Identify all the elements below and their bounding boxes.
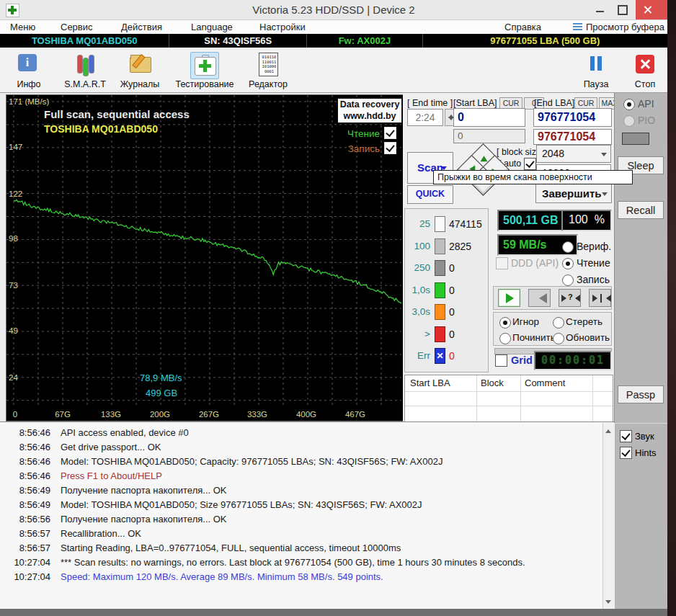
- log-scrollbar[interactable]: [602, 423, 615, 609]
- legend-read-checkbox[interactable]: [384, 127, 396, 139]
- menu-item-service[interactable]: Сервис: [61, 21, 93, 34]
- log-row: 8:56:46Get drive passport... OK: [6, 440, 602, 455]
- finish-action-dropdown[interactable]: Завершить: [535, 184, 612, 203]
- graph-marker-speed: 78,9 MB/s: [140, 372, 182, 383]
- action-erase-label: Стереть: [566, 316, 602, 327]
- options-sidebar: Звук Hints: [614, 423, 668, 616]
- hdd-by-badge: Data recoverywww.hdd.by: [337, 98, 402, 123]
- menu-item-buffer-view[interactable]: Просмотр буфера: [586, 21, 664, 34]
- log-row: 8:56:49Получение паспорта накопителя... …: [6, 483, 602, 498]
- legend-read-label: Чтение: [316, 128, 380, 139]
- device-firmware: Fw: AX002J: [307, 34, 423, 48]
- legend-write-checkbox[interactable]: [384, 142, 396, 154]
- play-button[interactable]: [498, 289, 520, 307]
- app-icon: [6, 4, 19, 17]
- start-lba-label: [Start LBA]: [453, 98, 497, 108]
- action-repair-radio[interactable]: [499, 333, 511, 344]
- menu-item-settings[interactable]: Настройки: [259, 21, 306, 34]
- svg-text:24: 24: [9, 373, 18, 382]
- sound-label: Звук: [635, 431, 654, 442]
- rewind-button[interactable]: [528, 289, 551, 307]
- action-ignore-radio[interactable]: [499, 317, 511, 329]
- ddd-checkbox: [496, 257, 508, 269]
- column-comment: Comment: [525, 378, 565, 388]
- action-repair-label: Починить: [512, 332, 556, 343]
- menu-item-help[interactable]: Справка: [504, 21, 541, 34]
- minimize-button[interactable]: [591, 2, 610, 17]
- log-row: 10:27:04Speed: Maximum 120 MB/s. Average…: [6, 570, 602, 584]
- menu-item-language[interactable]: Language: [191, 21, 233, 34]
- sound-checkbox[interactable]: [620, 430, 632, 442]
- toolbar-editor-button[interactable]: 010110 110011 101000 0001 Редактор: [245, 50, 291, 89]
- stat-color-block: [435, 304, 445, 320]
- binary-editor-icon: 010110 110011 101000 0001: [254, 52, 282, 78]
- log-row: 8:56:46API access enabled, device #0: [6, 426, 602, 440]
- graph-subtitle: TOSHIBA MQ01ABD050: [44, 123, 158, 135]
- svg-text:267G: 267G: [199, 410, 219, 419]
- toolbar-info-button[interactable]: i Инфо: [6, 50, 52, 89]
- stat-color-block: [435, 282, 445, 298]
- svg-text:0: 0: [13, 410, 17, 419]
- hints-checkbox[interactable]: [620, 447, 632, 459]
- close-button[interactable]: [636, 0, 667, 19]
- scroll-down-button[interactable]: [603, 596, 614, 608]
- test-kit-icon: [190, 52, 219, 79]
- toolbar-logs-button[interactable]: Журналы: [117, 50, 163, 89]
- seek-question-button[interactable]: ?: [559, 289, 581, 307]
- mode-verify-label: Вериф.: [577, 241, 611, 252]
- end-lba-label: [End LBA]: [534, 98, 574, 108]
- graph-marker-position: 499 GB: [146, 388, 177, 398]
- toolbar: i Инфо S.M.A.R.T Журналы Тестирование 01…: [0, 48, 667, 93]
- svg-text:333G: 333G: [247, 410, 267, 419]
- column-start-lba: Start LBA: [410, 378, 450, 388]
- passp-button[interactable]: Passp: [618, 385, 664, 403]
- log-panel: 8:56:46API access enabled, device #0 8:5…: [0, 421, 614, 610]
- step-button[interactable]: [589, 289, 611, 307]
- menu-item-actions[interactable]: Действия: [121, 21, 162, 34]
- scroll-up-button[interactable]: [603, 423, 614, 435]
- menu-item-menu[interactable]: Меню: [10, 21, 35, 34]
- maximize-button[interactable]: [613, 2, 631, 17]
- log-row: 8:56:57Recallibration... OK: [6, 527, 602, 541]
- quick-button[interactable]: QUICK: [407, 185, 453, 204]
- graph-title: Full scan, sequential access: [44, 108, 190, 120]
- svg-text:49: 49: [9, 326, 18, 335]
- scan-surface-graph: 171 (MB/s)14712298734924067G133G200G267G…: [6, 94, 404, 421]
- progress-display: 100 %: [561, 210, 612, 231]
- stat-color-block: [435, 238, 445, 254]
- column-block: Block: [481, 378, 504, 388]
- jump-tooltip: Прыжки во время скана поверхности: [433, 170, 633, 184]
- end-lba-input[interactable]: 976771054: [533, 108, 612, 127]
- menu-bar: Меню Сервис Действия Language Настройки …: [0, 20, 667, 35]
- log-row: 8:56:57Starting Reading, LBA=0..97677105…: [6, 541, 602, 555]
- auto-checkbox[interactable]: [524, 158, 536, 170]
- toolbar-pause-button[interactable]: Пауза: [573, 50, 619, 89]
- block-size-dropdown[interactable]: 2048: [536, 145, 611, 163]
- api-radio[interactable]: [623, 99, 635, 110]
- grid-checkbox[interactable]: [495, 354, 507, 367]
- end-time-value[interactable]: 2:24: [407, 109, 443, 126]
- toolbar-test-button[interactable]: Тестирование: [182, 50, 228, 89]
- stat-value: 0: [449, 350, 455, 362]
- toolbar-smart-button[interactable]: S.M.A.R.T: [62, 50, 108, 89]
- mode-write-radio[interactable]: [562, 274, 574, 286]
- mode-read-radio[interactable]: [562, 258, 574, 269]
- device-serial: SN: 43QISF56S: [169, 34, 307, 48]
- stat-value: 2825: [449, 241, 471, 252]
- device-model: TOSHIBA MQ01ABD050: [0, 34, 169, 48]
- color-swatch[interactable]: [622, 133, 649, 145]
- mode-write-label: Запись: [577, 274, 610, 285]
- action-refresh-radio[interactable]: [553, 333, 564, 344]
- window-bottom-border: [0, 609, 667, 616]
- action-erase-radio[interactable]: [553, 317, 564, 329]
- interface-sidebar: API PIO Sleep Recall Passp: [614, 93, 668, 423]
- stat-color-block: [435, 216, 445, 232]
- toolbar-stop-button[interactable]: Стоп: [622, 50, 668, 89]
- title-bar: Victoria 5.23 HDD/SSD | Device 2: [0, 0, 667, 20]
- mode-verify-radio[interactable]: [562, 241, 574, 253]
- recall-button[interactable]: Recall: [618, 201, 664, 219]
- start-lba-input[interactable]: 0: [453, 108, 525, 127]
- stat-color-block: [435, 260, 445, 276]
- scan-controls-panel: [ End time ] 2:24 [Start LBA] CUR 0 0 0 …: [403, 93, 613, 421]
- stat-value: 0: [449, 306, 455, 318]
